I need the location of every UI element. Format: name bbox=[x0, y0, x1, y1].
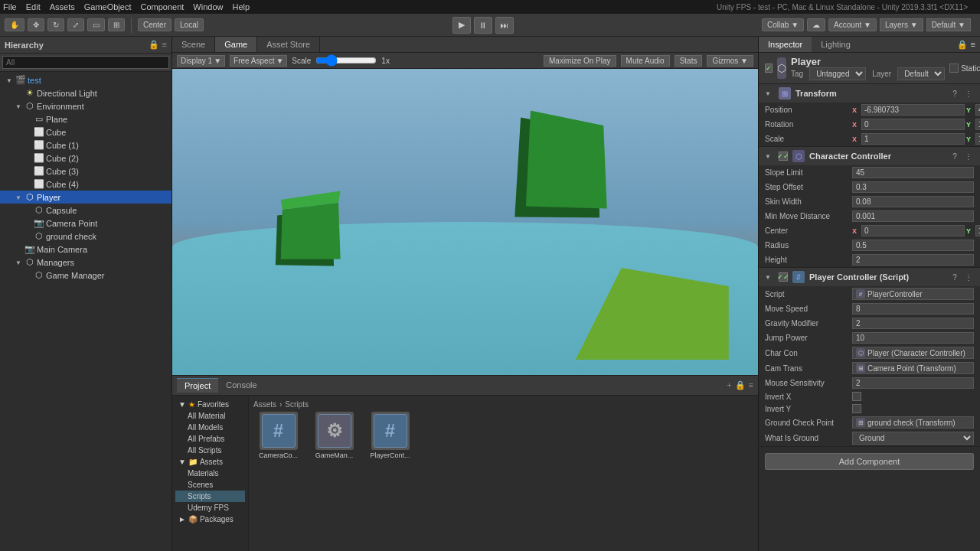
hierarchy-search-input[interactable] bbox=[2, 56, 169, 69]
tab-game[interactable]: Game bbox=[215, 37, 257, 52]
sidebar-packages[interactable]: ► 📦 Packages bbox=[175, 514, 245, 525]
char-controller-header[interactable]: ✓ ⬡ Character Controller ? ⋮ bbox=[759, 147, 980, 165]
mouse-sensitivity-value[interactable] bbox=[852, 377, 974, 389]
tree-item-player[interactable]: ⬡ Player bbox=[0, 191, 172, 204]
pause-button[interactable]: ⏸ bbox=[474, 17, 492, 34]
tree-item-test[interactable]: 🎬 test bbox=[0, 73, 172, 86]
step-button[interactable]: ⏭ bbox=[495, 17, 514, 34]
center-toggle[interactable]: Center bbox=[138, 18, 172, 31]
step-offset-value[interactable] bbox=[852, 181, 974, 193]
play-button[interactable]: ▶ bbox=[452, 17, 471, 34]
center-x[interactable] bbox=[861, 225, 965, 236]
tree-item-dirlight[interactable]: ☀ Directional Light bbox=[0, 86, 172, 99]
layer-dropdown[interactable]: Default bbox=[897, 67, 945, 80]
tree-item-cube3[interactable]: ⬜ Cube (3) bbox=[0, 165, 172, 178]
tree-item-environment[interactable]: ⬡ Environment bbox=[0, 99, 172, 112]
cc-enabled[interactable]: ✓ bbox=[779, 152, 788, 161]
inspector-menu-icon[interactable]: ≡ bbox=[971, 40, 975, 50]
sidebar-all-material[interactable]: All Material bbox=[175, 410, 245, 422]
layout-dropdown[interactable]: Default ▼ bbox=[926, 18, 971, 31]
scale-x[interactable] bbox=[861, 133, 965, 145]
char-con-ref[interactable]: ⬡ Player (Character Controller) bbox=[852, 347, 974, 359]
pc-enabled[interactable]: ✓ bbox=[779, 272, 788, 282]
cam-trans-ref[interactable]: ⊞ Camera Point (Transform) bbox=[852, 362, 974, 374]
static-checkbox[interactable] bbox=[949, 64, 959, 73]
hierarchy-lock-icon[interactable]: 🔒 bbox=[149, 40, 159, 50]
tab-asset-store[interactable]: Asset Store bbox=[257, 37, 320, 52]
tool-rect[interactable]: ▭ bbox=[87, 18, 105, 31]
tool-hand[interactable]: ✋ bbox=[5, 18, 24, 31]
tool-rotate[interactable]: ↻ bbox=[47, 18, 64, 31]
object-enabled-checkbox[interactable] bbox=[765, 64, 773, 73]
tree-item-groundcheck[interactable]: ⬡ ground check bbox=[0, 230, 172, 243]
cc-menu-btn[interactable]: ⋮ bbox=[963, 152, 974, 161]
sidebar-udemy[interactable]: Udemy FPS bbox=[175, 502, 245, 514]
project-menu-icon[interactable]: ≡ bbox=[749, 380, 753, 390]
stats-btn[interactable]: Stats bbox=[675, 55, 703, 67]
menu-assets[interactable]: Assets bbox=[50, 2, 75, 11]
tab-console[interactable]: Console bbox=[218, 378, 264, 393]
tree-item-gamemanager[interactable]: ⬡ Game Manager bbox=[0, 269, 172, 282]
center-y[interactable] bbox=[975, 225, 980, 236]
pc-menu-btn[interactable]: ⋮ bbox=[963, 273, 974, 282]
sidebar-materials[interactable]: Materials bbox=[175, 468, 245, 479]
invert-y-checkbox[interactable] bbox=[852, 404, 861, 413]
jump-power-value[interactable] bbox=[852, 332, 974, 344]
sidebar-all-prefabs[interactable]: All Prefabs bbox=[175, 433, 245, 445]
scale-y[interactable] bbox=[975, 133, 980, 145]
tab-scene[interactable]: Scene bbox=[172, 37, 215, 52]
min-move-value[interactable] bbox=[852, 210, 974, 222]
project-lock-icon[interactable]: 🔒 bbox=[735, 380, 746, 390]
scale-slider[interactable] bbox=[315, 54, 377, 67]
sidebar-assets[interactable]: ▼ 📁 Assets bbox=[175, 456, 245, 468]
tab-lighting[interactable]: Lighting bbox=[812, 37, 860, 52]
maximize-on-play-btn[interactable]: Maximize On Play bbox=[544, 55, 616, 67]
asset-playercont[interactable]: # PlayerCont... bbox=[365, 412, 415, 459]
sidebar-all-scripts[interactable]: All Scripts bbox=[175, 445, 245, 456]
tool-transform[interactable]: ⊞ bbox=[108, 18, 125, 31]
account-button[interactable]: Account ▼ bbox=[828, 18, 877, 31]
sidebar-all-models[interactable]: All Models bbox=[175, 422, 245, 433]
aspect-dropdown[interactable]: Free Aspect ▼ bbox=[230, 55, 287, 67]
what-is-ground-select[interactable]: Ground bbox=[852, 432, 974, 445]
move-speed-value[interactable] bbox=[852, 303, 974, 315]
tree-item-capsule[interactable]: ⬡ Capsule bbox=[0, 204, 172, 217]
invert-x-checkbox[interactable] bbox=[852, 392, 861, 401]
tree-item-managers[interactable]: ⬡ Managers bbox=[0, 256, 172, 269]
menu-file[interactable]: File bbox=[3, 2, 17, 11]
display-dropdown[interactable]: Display 1 ▼ bbox=[177, 55, 225, 67]
sidebar-favorites[interactable]: ▼ ★ Favorites bbox=[175, 399, 245, 410]
gravity-modifier-value[interactable] bbox=[852, 318, 974, 329]
breadcrumb-assets[interactable]: Assets bbox=[253, 400, 276, 409]
tree-item-cube2[interactable]: ⬜ Cube (2) bbox=[0, 152, 172, 165]
tree-item-cube4[interactable]: ⬜ Cube (4) bbox=[0, 178, 172, 191]
tree-item-camerapoint[interactable]: 📷 Camera Point bbox=[0, 217, 172, 230]
menu-window[interactable]: Window bbox=[193, 2, 223, 11]
rotation-x[interactable] bbox=[861, 119, 965, 130]
transform-info-btn[interactable]: ? bbox=[949, 90, 960, 98]
project-add-icon[interactable]: + bbox=[727, 380, 731, 390]
position-y[interactable] bbox=[975, 104, 980, 116]
pc-header[interactable]: ✓ # Player Controller (Script) ? ⋮ bbox=[759, 268, 980, 286]
skin-width-value[interactable] bbox=[852, 196, 974, 207]
collab-button[interactable]: Collab ▼ bbox=[762, 18, 804, 31]
tab-inspector[interactable]: Inspector bbox=[759, 37, 812, 52]
position-x[interactable] bbox=[861, 104, 965, 116]
radius-value[interactable] bbox=[852, 240, 974, 251]
transform-header[interactable]: ⊞ Transform ? ⋮ bbox=[759, 84, 980, 103]
tool-move[interactable]: ✥ bbox=[28, 18, 44, 31]
sidebar-scenes[interactable]: Scenes bbox=[175, 479, 245, 491]
tag-dropdown[interactable]: Untagged bbox=[809, 67, 866, 80]
slope-limit-value[interactable] bbox=[852, 167, 974, 178]
breadcrumb-scripts[interactable]: Scripts bbox=[285, 400, 309, 409]
asset-cameraco[interactable]: # CameraCo... bbox=[253, 412, 303, 459]
script-ref[interactable]: # PlayerController bbox=[852, 288, 974, 300]
tree-item-cube1[interactable]: ⬜ Cube (1) bbox=[0, 139, 172, 152]
tree-item-plane[interactable]: ▭ Plane bbox=[0, 112, 172, 126]
cloud-button[interactable]: ☁ bbox=[807, 18, 825, 31]
rotation-y[interactable] bbox=[975, 119, 980, 130]
local-toggle[interactable]: Local bbox=[175, 18, 204, 31]
menu-gameobject[interactable]: GameObject bbox=[84, 2, 132, 11]
menu-component[interactable]: Component bbox=[140, 2, 184, 11]
hierarchy-menu-icon[interactable]: ≡ bbox=[162, 40, 167, 50]
